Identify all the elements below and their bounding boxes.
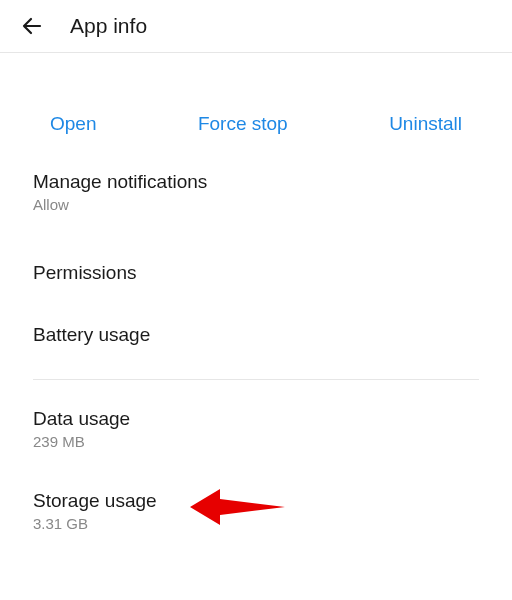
back-arrow-icon[interactable] <box>20 14 44 38</box>
setting-label: Storage usage <box>33 490 479 512</box>
setting-sublabel: 3.31 GB <box>33 515 479 532</box>
setting-label: Data usage <box>33 408 479 430</box>
manage-notifications-item[interactable]: Manage notifications Allow <box>0 165 512 233</box>
uninstall-button[interactable]: Uninstall <box>389 113 462 135</box>
setting-label: Manage notifications <box>33 171 479 193</box>
data-usage-item[interactable]: Data usage 239 MB <box>0 384 512 470</box>
divider <box>33 379 479 380</box>
permissions-item[interactable]: Permissions <box>0 233 512 313</box>
battery-usage-item[interactable]: Battery usage <box>0 313 512 375</box>
storage-usage-item[interactable]: Storage usage 3.31 GB <box>0 470 512 548</box>
header-bar: App info <box>0 0 512 53</box>
page-title: App info <box>70 14 147 38</box>
open-button[interactable]: Open <box>50 113 96 135</box>
setting-sublabel: Allow <box>33 196 479 213</box>
settings-list: Manage notifications Allow Permissions B… <box>0 165 512 548</box>
setting-label: Permissions <box>33 259 479 287</box>
force-stop-button[interactable]: Force stop <box>198 113 288 135</box>
setting-label: Battery usage <box>33 321 479 349</box>
setting-sublabel: 239 MB <box>33 433 479 450</box>
action-row: Open Force stop Uninstall <box>0 53 512 165</box>
